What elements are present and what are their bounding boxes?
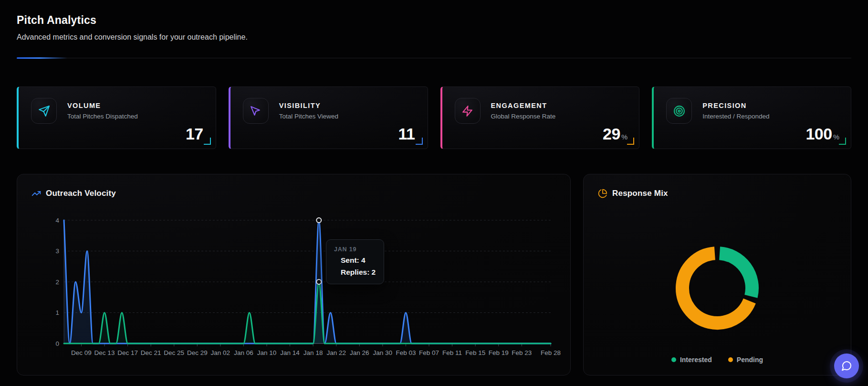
header-divider — [17, 57, 851, 59]
svg-text:2: 2 — [55, 279, 59, 286]
svg-text:Dec 17: Dec 17 — [117, 349, 138, 356]
svg-text:Feb 28: Feb 28 — [541, 349, 561, 356]
charts-row: Outreach Velocity 01234Dec 09Dec 13Dec 1… — [17, 174, 851, 375]
stat-value: 29% — [603, 125, 627, 143]
svg-text:3: 3 — [55, 247, 59, 255]
send-icon — [31, 98, 57, 124]
svg-text:Jan 10: Jan 10 — [257, 349, 277, 356]
svg-text:4: 4 — [55, 217, 59, 224]
legend-dot-interested — [671, 357, 676, 362]
chart-tooltip: JAN 19 Sent: 4 Replies: 2 — [326, 239, 384, 284]
legend-item-interested: Interested — [671, 356, 712, 364]
stat-label: PRECISION — [702, 102, 769, 109]
chart-title: Response Mix — [612, 189, 668, 198]
page-header: Pitch Analytics Advanced metrics and con… — [0, 0, 868, 59]
velocity-line-chart[interactable]: 01234Dec 09Dec 13Dec 17Dec 21Dec 25Dec 2… — [31, 208, 565, 361]
stat-card-precision: PRECISION Interested / Responded 100% — [652, 86, 851, 149]
svg-text:Feb 11: Feb 11 — [442, 349, 462, 356]
svg-text:Feb 23: Feb 23 — [512, 349, 532, 356]
svg-text:Dec 13: Dec 13 — [94, 349, 115, 356]
tooltip-replies: Replies: 2 — [341, 268, 377, 277]
target-icon — [666, 98, 692, 124]
response-mix-donut[interactable] — [660, 231, 774, 345]
corner-accent — [627, 138, 634, 145]
stats-row: VOLUME Total Pitches Dispatched 17 VISIB… — [17, 86, 851, 149]
stat-description: Total Pitches Dispatched — [67, 113, 138, 120]
svg-text:Dec 09: Dec 09 — [71, 349, 92, 356]
page-subtitle: Advanced metrics and conversion signals … — [17, 33, 851, 42]
stat-card-visibility: VISIBILITY Total Pitches Viewed 11 — [229, 86, 428, 149]
corner-accent — [839, 138, 846, 145]
legend-dot-pending — [728, 357, 733, 362]
stat-value: 11 — [398, 125, 416, 143]
stat-value: 100% — [805, 125, 839, 143]
stat-label: VISIBILITY — [279, 102, 338, 109]
chart-legend: Interested Pending — [584, 356, 851, 364]
cursor-icon — [243, 98, 269, 124]
outreach-velocity-card: Outreach Velocity 01234Dec 09Dec 13Dec 1… — [17, 174, 571, 375]
svg-text:Feb 03: Feb 03 — [396, 349, 416, 356]
svg-text:Dec 21: Dec 21 — [141, 349, 161, 356]
svg-text:Jan 02: Jan 02 — [211, 349, 230, 356]
svg-text:Jan 06: Jan 06 — [234, 349, 253, 356]
svg-text:Jan 30: Jan 30 — [373, 349, 393, 356]
divider-accent — [17, 57, 67, 59]
svg-text:Dec 29: Dec 29 — [187, 349, 208, 356]
divider-line — [17, 58, 851, 58]
page-title: Pitch Analytics — [17, 14, 851, 27]
tooltip-date: JAN 19 — [334, 246, 377, 253]
svg-text:Dec 25: Dec 25 — [164, 349, 184, 356]
pie-chart-icon — [598, 189, 607, 198]
stat-value: 17 — [186, 125, 204, 143]
stat-label: ENGAGEMENT — [491, 102, 556, 109]
svg-text:Jan 26: Jan 26 — [350, 349, 369, 356]
corner-accent — [416, 138, 423, 145]
stat-label: VOLUME — [67, 102, 138, 109]
svg-text:Jan 14: Jan 14 — [280, 349, 300, 356]
chat-button[interactable] — [834, 354, 859, 378]
svg-text:Feb 19: Feb 19 — [489, 349, 509, 356]
bolt-icon — [455, 98, 481, 124]
response-mix-card: Response Mix Interested Pending — [583, 174, 851, 375]
svg-text:Feb 07: Feb 07 — [419, 349, 439, 356]
stat-description: Global Response Rate — [491, 113, 556, 120]
svg-text:Jan 18: Jan 18 — [303, 349, 323, 356]
svg-text:0: 0 — [55, 340, 59, 347]
stat-description: Total Pitches Viewed — [279, 113, 338, 120]
tooltip-sent: Sent: 4 — [341, 256, 377, 265]
legend-item-pending: Pending — [728, 356, 763, 364]
trending-up-icon — [31, 189, 41, 198]
stat-card-engagement: ENGAGEMENT Global Response Rate 29% — [440, 86, 640, 149]
svg-text:Jan 22: Jan 22 — [326, 349, 346, 356]
stat-card-volume: VOLUME Total Pitches Dispatched 17 — [17, 86, 216, 149]
chat-icon — [841, 360, 852, 372]
corner-accent — [204, 138, 211, 145]
svg-text:Feb 15: Feb 15 — [465, 349, 485, 356]
chart-title: Outreach Velocity — [46, 189, 116, 198]
svg-text:1: 1 — [55, 309, 59, 316]
stat-description: Interested / Responded — [702, 113, 769, 120]
pitch-analytics-page: Pitch Analytics Advanced metrics and con… — [0, 0, 868, 386]
